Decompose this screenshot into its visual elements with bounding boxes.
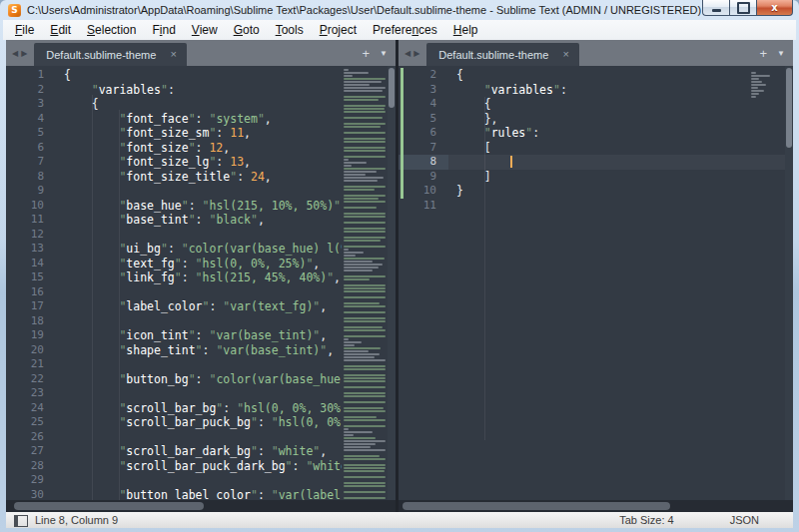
- horizontal-scrollbar[interactable]: [399, 500, 793, 512]
- line-number: 17: [6, 299, 56, 314]
- code-line[interactable]: [: [448, 141, 785, 156]
- tab-next-icon[interactable]: ▶: [413, 49, 419, 58]
- code-line[interactable]: "scroll_bar_dark_bg": "white",: [56, 444, 342, 459]
- text-cursor: [510, 156, 512, 168]
- tab-size-indicator[interactable]: Tab Size: 4: [619, 514, 673, 526]
- menu-preferences[interactable]: Preferences: [365, 21, 445, 39]
- code-line[interactable]: {: [56, 97, 342, 112]
- code-line[interactable]: "font_face": "system",: [56, 112, 342, 127]
- code-line[interactable]: },: [448, 112, 785, 127]
- line-number: 10: [6, 199, 56, 214]
- minimap-line: [751, 84, 766, 86]
- code-line[interactable]: "shape_tint": "var(base_tint)",: [56, 343, 342, 358]
- syntax-indicator[interactable]: JSON: [730, 514, 759, 526]
- new-tab-icon[interactable]: +: [759, 47, 767, 60]
- minimap-line: [344, 353, 380, 355]
- code-line[interactable]: [56, 386, 342, 401]
- line-number: 10: [399, 184, 448, 199]
- code-line[interactable]: [56, 285, 342, 300]
- tab-default-sublime-theme[interactable]: Default.sublime-theme ×: [34, 43, 187, 66]
- minimap-line: [344, 437, 376, 439]
- code-line[interactable]: "scroll_bar_bg": "hsl(0, 0%, 30%)",: [56, 401, 342, 416]
- menu-view[interactable]: View: [184, 21, 226, 39]
- sidebar-toggle-icon[interactable]: [14, 515, 27, 526]
- horizontal-scrollbar[interactable]: [6, 500, 396, 512]
- code-area[interactable]: { "variables": { "font_face": "system", …: [56, 66, 342, 500]
- code-line[interactable]: [56, 184, 342, 199]
- minimap-line: [344, 75, 353, 77]
- code-line[interactable]: [56, 473, 342, 488]
- code-line[interactable]: "font_size_lg": 13,: [56, 155, 342, 170]
- code-line[interactable]: "button_bg": "color(var(base_hue) l(96%)…: [56, 372, 342, 387]
- code-line[interactable]: {: [448, 68, 785, 83]
- vertical-scrollbar[interactable]: [785, 66, 793, 500]
- minimize-button[interactable]: [702, 0, 729, 16]
- code-line[interactable]: ]: [448, 170, 785, 185]
- code-line[interactable]: "base_tint": "black",: [56, 213, 342, 228]
- code-line[interactable]: "ui_bg": "color(var(base_hue) l(93%))",: [56, 242, 342, 257]
- menu-edit[interactable]: Edit: [42, 21, 79, 39]
- code-line[interactable]: {: [56, 68, 342, 83]
- code-area[interactable]: { "variables": { }, "rules": [ ]}: [448, 66, 785, 500]
- minimap-line: [344, 258, 385, 260]
- code-line[interactable]: "variables":: [448, 83, 785, 98]
- code-line[interactable]: {: [448, 97, 785, 112]
- tab-overflow-icon[interactable]: ▼: [777, 49, 785, 58]
- tab-next-icon[interactable]: ▶: [21, 49, 27, 58]
- maximize-button[interactable]: [729, 0, 757, 16]
- scrollbar-thumb[interactable]: [389, 68, 395, 108]
- tab-close-icon[interactable]: ×: [562, 49, 568, 60]
- modified-marker: [400, 112, 403, 127]
- minimap-line: [751, 81, 762, 83]
- scrollbar-thumb[interactable]: [402, 502, 670, 510]
- tab-default-sublime-theme[interactable]: Default.sublime-theme ×: [426, 43, 579, 66]
- code-line[interactable]: "font_size_title": 24,: [56, 170, 342, 185]
- code-line[interactable]: "scroll_bar_puck_dark_bg": "white",: [56, 459, 342, 474]
- code-line[interactable]: [56, 228, 342, 243]
- code-line[interactable]: [448, 155, 785, 170]
- tab-prev-icon[interactable]: ◀: [404, 49, 410, 58]
- code-line[interactable]: "font_size_sm": 11,: [56, 126, 342, 141]
- menu-project[interactable]: Project: [312, 21, 365, 39]
- menu-selection[interactable]: Selection: [79, 21, 144, 39]
- code-line[interactable]: "link_fg": "hsl(215, 45%, 40%)",: [56, 270, 342, 285]
- minimap-line: [344, 180, 378, 182]
- close-button[interactable]: x: [757, 0, 793, 16]
- menu-find[interactable]: Find: [144, 21, 183, 39]
- editor-right[interactable]: 234567891011 { "variables": { }, "rules"…: [399, 66, 793, 500]
- line-number: 11: [6, 213, 56, 228]
- minimap[interactable]: [342, 66, 388, 500]
- line-number: 3: [399, 83, 448, 98]
- minimap-line: [344, 464, 386, 466]
- code-line[interactable]: "variables":: [56, 83, 342, 98]
- menu-tools[interactable]: Tools: [268, 21, 312, 39]
- tab-prev-icon[interactable]: ◀: [12, 49, 18, 58]
- code-line[interactable]: "label_color": "var(text_fg)",: [56, 299, 342, 314]
- code-line[interactable]: "base_hue": "hsl(215, 10%, 50%)",: [56, 199, 342, 214]
- editor-left[interactable]: 1234567891011121314151617181920212223242…: [6, 66, 396, 500]
- code-line[interactable]: }: [448, 184, 785, 199]
- code-line[interactable]: "text_fg": "hsl(0, 0%, 25%)",: [56, 257, 342, 271]
- tab-title: Default.sublime-theme: [438, 49, 548, 61]
- vertical-scrollbar[interactable]: [388, 66, 396, 500]
- code-line[interactable]: "font_size": 12,: [56, 141, 342, 156]
- code-line[interactable]: "button_label_color": "var(label_color)"…: [56, 488, 342, 501]
- menu-help[interactable]: Help: [445, 21, 486, 39]
- scrollbar-thumb[interactable]: [14, 502, 204, 510]
- line-number: 29: [6, 473, 56, 488]
- code-line[interactable]: [448, 199, 785, 214]
- minimap-line: [344, 311, 386, 313]
- tab-overflow-icon[interactable]: ▼: [380, 49, 388, 58]
- code-line[interactable]: "scroll_bar_puck_bg": "hsl(0, 0%, 30%)",: [56, 415, 342, 430]
- minimap[interactable]: [749, 69, 783, 102]
- new-tab-icon[interactable]: +: [362, 47, 370, 60]
- code-line[interactable]: "rules":: [448, 126, 785, 141]
- code-line[interactable]: [56, 314, 342, 329]
- scrollbar-thumb[interactable]: [786, 68, 792, 148]
- menu-file[interactable]: File: [7, 21, 42, 39]
- code-line[interactable]: [56, 430, 342, 445]
- menu-goto[interactable]: Goto: [226, 21, 268, 39]
- tab-close-icon[interactable]: ×: [170, 49, 176, 60]
- code-line[interactable]: [56, 357, 342, 372]
- code-line[interactable]: "icon_tint": "var(base_tint)",: [56, 328, 342, 343]
